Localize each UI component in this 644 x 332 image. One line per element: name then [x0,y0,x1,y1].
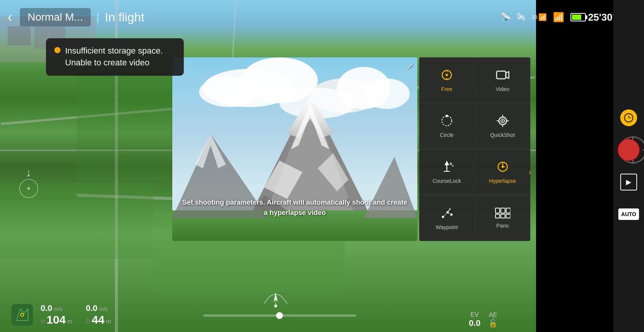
warning-dot [54,47,60,53]
panel-item-video[interactable]: Video [475,57,530,103]
svg-point-6 [364,78,410,109]
ae-group[interactable]: AE 🔓 [488,312,498,328]
hyperlapse-label: Hyperlapse [489,178,516,184]
svg-point-31 [502,120,503,122]
d-speed-value: 0.0 [86,303,98,313]
h-speed-display: 0.0 m/s H 104 m [41,303,72,326]
waypoint-label: Waypoint [436,224,458,230]
svg-point-41 [452,165,454,167]
pano-icon [495,208,510,220]
signal-bars: 20 📶 [531,13,547,21]
signal-bars-icon: 📶 [538,13,547,21]
svg-rect-54 [506,208,510,213]
wifi-icon: 📶 [553,12,564,23]
timer-icon [620,109,637,126]
panel-item-hyperlapse[interactable]: › Hyperlapse [475,149,530,195]
courselock-label: CourseLock [433,178,461,184]
circle-label: Circle [440,132,454,138]
play-icon: ▶ [620,174,637,190]
warning-tooltip: Insufficient storage space. Unable to cr… [46,38,184,76]
video-background: Set shooting parameters. Aircraft will a… [172,57,417,241]
back-button[interactable]: ‹ [8,10,12,24]
panel-item-quickshot[interactable]: QuickShot [475,103,530,149]
circle-icon [440,114,454,130]
h-speed-value: 0.0 [41,303,52,313]
flight-status: In flight [105,10,144,24]
panel-item-pano[interactable]: Pano [475,195,530,241]
auto-label: AUTO [618,208,639,220]
panel-item-courselock[interactable]: CourseLock [419,149,475,195]
exposure-dial[interactable] [618,135,639,164]
header-bar: ‹ Normal M... | In flight 📡 🛰 20 📶 📶 25'… [0,0,644,34]
gps-icon: 🛰 [517,12,525,22]
svg-rect-24 [497,71,506,79]
distance-unit: m [106,318,111,325]
ev-label: EV [471,311,479,318]
chevron-right-icon: › [529,168,531,176]
video-icon [496,68,510,84]
altitude-unit: m [67,318,72,325]
video-overlay-text: Set shooting parameters. Aircraft will a… [172,197,417,218]
svg-rect-55 [495,214,500,218]
ev-group: EV 0.0 [469,311,481,328]
right-sidebar: ▶ AUTO [613,0,644,332]
map-button[interactable] [11,304,33,325]
pano-label: Pano [496,223,509,229]
panel-item-free[interactable]: Free [419,57,475,103]
signal-number: 20 [531,14,538,20]
courselock-icon [440,160,454,176]
svg-rect-53 [501,208,505,213]
expand-button[interactable]: ⤢ [407,61,414,71]
header-divider: | [96,11,99,23]
auto-button[interactable]: AUTO [618,204,639,225]
svg-line-50 [448,209,450,212]
distance-value: 44 [92,313,105,326]
dial-knob[interactable] [618,140,639,160]
svg-rect-56 [501,214,505,218]
svg-rect-57 [506,214,510,218]
svg-point-3 [199,76,260,107]
quickshot-label: QuickShot [490,132,515,138]
video-feed: Set shooting parameters. Aircraft will a… [172,57,417,241]
video-label: Video [496,86,510,92]
h-speed-unit: m/s [54,306,63,312]
rc-signal-icon: 📡 [500,12,511,22]
warning-message: Insufficient storage space. Unable to cr… [65,45,175,69]
ev-value: 0.0 [469,318,481,328]
record-button-inner[interactable] [618,139,639,161]
panel-item-waypoint[interactable]: Waypoint [419,195,475,241]
altitude-label: H [41,318,45,325]
timer-mode-button[interactable] [618,107,639,128]
d-speed-unit: m/s [99,306,108,312]
svg-rect-52 [495,208,500,213]
d-speed-display: 0.0 m/s D 44 m [86,303,111,326]
drone-indicator: ↓ ✈ [19,167,38,198]
svg-marker-36 [445,161,449,165]
battery-fill [572,15,582,20]
free-label: Free [441,86,453,92]
lock-icon: 🔓 [488,319,498,328]
altitude-value: 104 [47,313,66,326]
mode-title: Normal M... [20,8,91,26]
panel-item-circle[interactable]: Circle [419,103,475,149]
svg-marker-25 [506,72,509,78]
right-panel: Free Video Circle [419,57,530,241]
quickshot-icon [496,114,510,130]
waypoint-icon [440,206,454,222]
svg-point-22 [446,74,448,76]
ae-label: AE [489,312,497,319]
bottom-bar: 0.0 m/s H 104 m 0.0 m/s D 44 m EV 0.0 AE… [0,298,536,332]
hyperlapse-icon [496,160,510,176]
ev-ae-controls: EV 0.0 AE 🔓 [469,311,498,328]
free-icon [440,68,454,84]
battery-time: 25'30" [588,11,617,23]
battery-icon [570,13,586,21]
gallery-button[interactable]: ▶ [618,172,639,192]
distance-label: D [86,318,90,325]
battery-display: 25'30" [570,11,617,23]
